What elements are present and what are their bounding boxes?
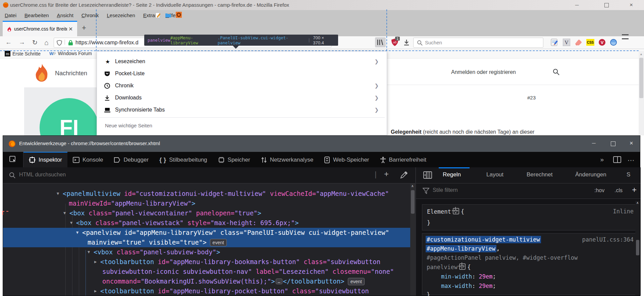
panel-item-downloads[interactable]: Downloads❯ (97, 92, 387, 104)
highlight-selector-icon[interactable] (453, 208, 459, 214)
selector-highlighted-2[interactable]: #appMenu-libraryView, (426, 245, 500, 252)
devtools-tab-konsole[interactable]: Konsole (67, 152, 108, 167)
add-rule-button[interactable]: + (632, 185, 637, 195)
site-logo-flame-icon[interactable] (34, 63, 50, 83)
markup-scrollbar-thumb[interactable] (411, 190, 415, 214)
pseudo-class-button[interactable]: :hov (594, 187, 604, 194)
expander-open-icon[interactable]: ▼ (63, 208, 66, 218)
add-node-button[interactable]: + (384, 169, 389, 179)
panel-item-pocket-liste[interactable]: Pocket-Liste (97, 68, 387, 80)
home-icon[interactable]: ⌂ (44, 39, 49, 47)
menu-bearbeiten[interactable]: Bearbeiten (24, 12, 49, 18)
sidebar-tab-berechnet[interactable]: Berechnet (527, 171, 553, 178)
menu-datei[interactable]: Datei (5, 12, 16, 18)
tab-overflow-chevron-icon[interactable]: » (595, 152, 608, 167)
devtools-tab-inspektor[interactable]: Inspektor (23, 152, 67, 167)
declaration-min-width[interactable]: min-width: 29em; (441, 273, 496, 280)
declaration-max-width[interactable]: max-width: 29em; (441, 283, 496, 289)
scroll-up-icon[interactable]: ▲ (640, 52, 643, 56)
menu-lesezeichen[interactable]: Lesezeichen (107, 12, 135, 18)
devtools-tab-stilbearbeitung[interactable]: { }Stilbearbeitung (154, 152, 213, 167)
markup-line[interactable]: mainViewId="appMenu-libraryView"> (3, 199, 410, 208)
url-text[interactable]: https://www.camp-firefox.d (75, 40, 139, 46)
sidebar-tab-layout[interactable]: Layout (486, 171, 503, 178)
markup-line[interactable]: ▼<panelmultiview id="customizationui-wid… (3, 189, 410, 199)
ext-css-icon[interactable]: CSS (586, 39, 594, 46)
pick-element-icon[interactable] (3, 152, 23, 167)
bookmark-item[interactable]: WPWindows Forum (49, 51, 92, 56)
reload-icon[interactable]: ↻ (32, 39, 38, 46)
sidebar-tab-regeln[interactable]: Regeln (443, 171, 461, 178)
style-filter-input[interactable]: Stile filtern (433, 187, 458, 193)
rules-scrollbar-thumb[interactable] (636, 240, 639, 255)
note-pencil-icon[interactable] (155, 12, 161, 18)
markup-line[interactable]: subviewbutton-iconic subviewbutton-nav" … (3, 267, 410, 277)
bookmark-item[interactable]: mErste Schritte (5, 51, 41, 56)
markup-line-selected[interactable]: ▼<panelview id="appMenu-libraryView" cla… (3, 228, 410, 238)
markup-line[interactable]: oncommand="BookmarkingUI.showSubView(thi… (3, 277, 410, 286)
downloads-icon[interactable] (403, 39, 410, 46)
search-bar[interactable]: Suchen (413, 38, 543, 48)
minimize-button[interactable]: ─ (570, 1, 584, 9)
markup-line[interactable]: ▼<box class="panel-viewcontainer" panelo… (3, 208, 410, 218)
inline-source-label[interactable]: Inline (613, 208, 634, 215)
event-badge[interactable]: event (348, 278, 365, 285)
event-badge[interactable]: event (210, 239, 227, 246)
markup-line-selected[interactable]: mainview="true" visible="true">event (3, 238, 410, 247)
ext-video-icon[interactable]: V (598, 39, 606, 46)
meatball-menu-icon[interactable]: … (626, 152, 640, 167)
devtools-minimize-button[interactable]: ─ (592, 140, 596, 146)
signin-link[interactable]: Anmelden oder registrieren (451, 69, 516, 75)
devtools-tab-debugger[interactable]: Debugger (108, 152, 154, 167)
devtools-tab-web-speicher[interactable]: Web-Speicher (319, 152, 374, 167)
markup-line[interactable]: ▶<toolbarbutton id="appMenu-library-book… (3, 257, 410, 267)
post-number[interactable]: #23 (527, 95, 536, 100)
devtools-tab-speicher[interactable]: Speicher (213, 152, 256, 167)
addon-orange-icon[interactable] (176, 12, 182, 18)
rule-source-link[interactable]: panelUI.css:364 (582, 236, 634, 243)
ext-v-icon[interactable]: V (563, 39, 570, 46)
panel-item-chronik[interactable]: Chronik❯ (97, 80, 387, 92)
folder-icon[interactable] (165, 12, 171, 18)
sidebar-tab-änderungen[interactable]: Änderungen (575, 171, 606, 178)
menu-ansicht[interactable]: Ansicht (57, 12, 73, 18)
expander-closed-icon[interactable]: ▶ (94, 257, 97, 267)
page-scrollbar-thumb[interactable] (639, 58, 643, 98)
active-tab[interactable]: userChrome.css für Breite d ✕ (3, 21, 77, 36)
restore-button[interactable] (600, 1, 613, 9)
markup-line[interactable]: ▼<box class="panel-viewstack" style="max… (3, 218, 410, 228)
forward-icon[interactable]: → (19, 39, 25, 46)
ext-translate-icon[interactable] (610, 39, 617, 46)
eyedropper-icon[interactable] (399, 171, 408, 179)
panel-item-lesezeichen[interactable]: ★Lesezeichen❯ (97, 55, 387, 68)
new-tab-button[interactable]: + (82, 24, 86, 32)
back-icon[interactable]: ← (5, 39, 12, 46)
selector-highlighted-1[interactable]: #customizationui-widget-multiview (426, 236, 541, 243)
markup-scroll-up-icon[interactable]: ∧ (411, 184, 414, 188)
ext-eraser-icon[interactable] (574, 39, 582, 46)
page-search-icon[interactable] (553, 69, 559, 75)
panel-item-synchronisierte-tabs[interactable]: Synchronisierte Tabs❯ (97, 104, 387, 116)
expander-open-icon[interactable]: ▼ (57, 189, 59, 199)
selector-dim-1[interactable]: #pageActionPanel panelview, #widget-over… (427, 254, 578, 261)
rule-element-line[interactable]: Element{ (427, 208, 464, 215)
rules-scrollbar[interactable]: ∧ (635, 201, 640, 295)
expander-open-icon[interactable]: ▼ (76, 228, 78, 238)
close-button[interactable]: × (625, 1, 638, 9)
sidebar-tab-s[interactable]: S (627, 171, 630, 178)
expander-open-icon[interactable]: ▼ (88, 247, 90, 257)
tracking-shield-icon[interactable] (57, 40, 62, 46)
class-toggle-button[interactable]: .cls (614, 187, 623, 194)
tab-close-icon[interactable]: ✕ (68, 26, 73, 32)
markup-scrollbar[interactable]: ∧ (410, 183, 415, 296)
site-brand[interactable]: Nachrichten (55, 70, 87, 77)
library-button-pressed[interactable] (375, 37, 386, 47)
devtools-restore-button[interactable] (611, 141, 615, 146)
collapsed-content-icon[interactable]: … (276, 279, 282, 284)
expander-closed-icon[interactable]: ▶ (94, 286, 97, 296)
sidebar-collapse-icon[interactable] (423, 171, 432, 179)
rules-scroll-up-icon[interactable]: ∧ (636, 201, 639, 205)
devtools-close-button[interactable]: × (630, 140, 633, 147)
html-search-input[interactable]: HTML durchsuchen (19, 172, 66, 178)
split-console-icon[interactable] (608, 152, 626, 167)
